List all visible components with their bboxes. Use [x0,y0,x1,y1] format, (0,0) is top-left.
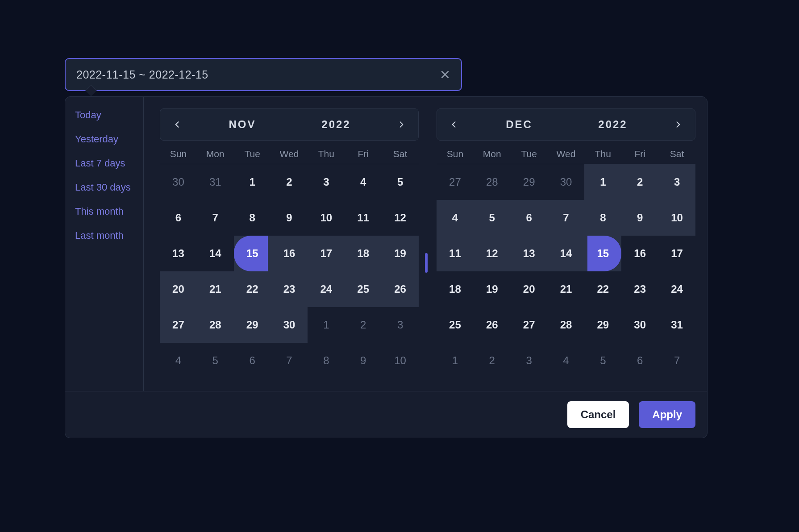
chevron-left-icon[interactable] [445,116,463,133]
day-cell[interactable]: 20 [511,271,548,307]
day-cell[interactable]: 28 [197,307,234,343]
cancel-button[interactable]: Cancel [567,401,629,428]
day-cell[interactable]: 4 [345,164,382,200]
chevron-right-icon[interactable] [669,116,687,133]
day-cell[interactable]: 5 [474,200,511,236]
day-cell[interactable]: 7 [658,343,695,378]
day-cell[interactable]: 20 [160,271,197,307]
day-cell[interactable]: 19 [382,236,419,271]
day-cell[interactable]: 3 [308,164,345,200]
chevron-left-icon[interactable] [168,116,186,133]
day-cell[interactable]: 9 [271,200,308,236]
preset-last-month[interactable]: Last month [75,230,143,241]
day-cell[interactable]: 13 [160,236,197,271]
day-cell[interactable]: 7 [197,200,234,236]
day-cell[interactable]: 30 [271,307,308,343]
calendar-year[interactable]: 2022 [318,118,354,131]
day-cell[interactable]: 16 [271,236,308,271]
day-cell[interactable]: 6 [234,343,271,378]
day-cell[interactable]: 24 [308,271,345,307]
day-cell[interactable]: 1 [234,164,271,200]
calendar-month[interactable]: NOV [225,118,260,131]
day-cell[interactable]: 2 [345,307,382,343]
day-cell[interactable]: 5 [197,343,234,378]
day-cell[interactable]: 24 [658,271,695,307]
day-cell[interactable]: 21 [197,271,234,307]
day-cell[interactable]: 30 [621,307,658,343]
day-cell[interactable]: 2 [621,164,658,200]
close-icon[interactable] [440,69,450,80]
apply-button[interactable]: Apply [639,401,695,428]
day-cell[interactable]: 4 [437,200,474,236]
day-cell[interactable]: 2 [271,164,308,200]
day-cell[interactable]: 1 [308,307,345,343]
day-cell[interactable]: 3 [658,164,695,200]
day-cell[interactable]: 28 [548,307,585,343]
day-cell[interactable]: 21 [548,271,585,307]
day-cell[interactable]: 22 [584,271,621,307]
day-cell[interactable]: 31 [197,164,234,200]
preset-yesterday[interactable]: Yesterday [75,133,143,145]
day-cell[interactable]: 4 [160,343,197,378]
calendar-year[interactable]: 2022 [595,118,631,131]
day-cell[interactable]: 10 [308,200,345,236]
day-cell[interactable]: 10 [382,343,419,378]
day-cell[interactable]: 27 [511,307,548,343]
day-cell[interactable]: 22 [234,271,271,307]
day-cell[interactable]: 4 [548,343,585,378]
day-cell[interactable]: 9 [621,200,658,236]
day-cell[interactable]: 8 [234,200,271,236]
calendar-month[interactable]: DEC [501,118,537,131]
day-cell[interactable]: 12 [474,236,511,271]
day-cell[interactable]: 23 [621,271,658,307]
day-cell[interactable]: 14 [197,236,234,271]
day-cell[interactable]: 3 [382,307,419,343]
day-cell[interactable]: 12 [382,200,419,236]
day-cell[interactable]: 6 [160,200,197,236]
day-cell[interactable]: 2 [474,343,511,378]
day-cell[interactable]: 9 [345,343,382,378]
day-cell[interactable]: 31 [658,307,695,343]
day-cell[interactable]: 17 [308,236,345,271]
day-cell[interactable]: 10 [658,200,695,236]
day-cell[interactable]: 30 [160,164,197,200]
day-cell[interactable]: 17 [658,236,695,271]
day-cell[interactable]: 1 [584,164,621,200]
day-cell[interactable]: 27 [437,164,474,200]
day-cell[interactable]: 29 [584,307,621,343]
preset-last-7-days[interactable]: Last 7 days [75,158,143,169]
preset-last-30-days[interactable]: Last 30 days [75,182,143,193]
day-cell[interactable]: 25 [345,271,382,307]
day-cell[interactable]: 5 [382,164,419,200]
day-cell[interactable]: 1 [437,343,474,378]
day-cell[interactable]: 7 [271,343,308,378]
day-cell[interactable]: 18 [437,271,474,307]
day-cell[interactable]: 5 [584,343,621,378]
day-cell[interactable]: 11 [345,200,382,236]
day-cell[interactable]: 15 [584,236,621,271]
day-cell[interactable]: 8 [584,200,621,236]
day-cell[interactable]: 18 [345,236,382,271]
day-cell[interactable]: 30 [548,164,585,200]
day-cell[interactable]: 26 [474,307,511,343]
day-cell[interactable]: 29 [511,164,548,200]
preset-this-month[interactable]: This month [75,206,143,217]
day-cell[interactable]: 23 [271,271,308,307]
day-cell[interactable]: 25 [437,307,474,343]
day-cell[interactable]: 13 [511,236,548,271]
day-cell[interactable]: 6 [511,200,548,236]
day-cell[interactable]: 28 [474,164,511,200]
date-range-input[interactable]: 2022-11-15 ~ 2022-12-15 [65,58,462,91]
day-cell[interactable]: 26 [382,271,419,307]
day-cell[interactable]: 8 [308,343,345,378]
day-cell[interactable]: 11 [437,236,474,271]
day-cell[interactable]: 7 [548,200,585,236]
day-cell[interactable]: 27 [160,307,197,343]
day-cell[interactable]: 15 [234,236,271,271]
day-cell[interactable]: 16 [621,236,658,271]
chevron-right-icon[interactable] [392,116,410,133]
day-cell[interactable]: 19 [474,271,511,307]
day-cell[interactable]: 6 [621,343,658,378]
day-cell[interactable]: 29 [234,307,271,343]
day-cell[interactable]: 3 [511,343,548,378]
